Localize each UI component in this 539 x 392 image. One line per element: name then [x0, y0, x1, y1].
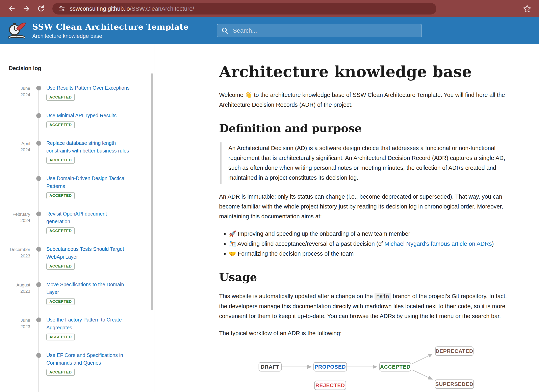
timeline-month: February	[0, 211, 30, 217]
timeline-entry-body: Move Specifications to the Domain Layer …	[46, 281, 131, 305]
timeline-date	[0, 351, 30, 376]
forward-arrow-icon	[22, 4, 31, 13]
diagram-node-rejected: REJECTED	[314, 381, 346, 390]
benefit-2-text: ⛷️ Avoiding blind acceptance/reversal of…	[229, 241, 384, 247]
app-title: SSW Clean Architecture Template	[32, 22, 189, 31]
timeline-entry: June 2024 Use Results Pattern Over Excep…	[0, 84, 154, 101]
timeline-date	[0, 112, 30, 128]
diagram-label-proposed: PROPOSED	[314, 364, 346, 370]
benefit-2-close: )	[492, 241, 494, 247]
url-host: sswconsulting.github.io	[70, 5, 130, 12]
timeline-month: June	[0, 85, 30, 92]
star-icon	[522, 4, 532, 13]
timeline-month: June	[0, 317, 30, 324]
address-bar[interactable]: sswconsulting.github.io/SSW.CleanArchite…	[53, 3, 436, 14]
timeline-entry: August 2023 Move Specifications to the D…	[0, 281, 154, 305]
timeline-year: 2024	[0, 217, 30, 224]
benefit-avoid-blind-acceptance: ⛷️ Avoiding blind acceptance/reversal of…	[229, 239, 512, 249]
timeline-entry-body: Use EF Core and Specifications in Comman…	[46, 351, 131, 376]
benefits-list: 🚀 Improving and speeding up the onboardi…	[219, 229, 512, 259]
browser-chrome: sswconsulting.github.io/SSW.CleanArchite…	[0, 0, 539, 17]
page-title: Architecture knowledge base	[219, 63, 512, 81]
status-badge: ACCEPTED	[46, 298, 75, 305]
sidebar-scrollbar[interactable]	[151, 73, 153, 310]
bookmark-button[interactable]	[521, 3, 533, 14]
diagram-label-accepted: ACCEPTED	[380, 364, 410, 370]
timeline-entry-body: Use Domain-Driven Design Tactical Patter…	[46, 175, 131, 199]
adr-definition-quote: An Architectural Decision (AD) is a soft…	[220, 142, 512, 184]
timeline-month: December	[0, 246, 30, 253]
timeline-entry: Use Domain-Driven Design Tactical Patter…	[0, 175, 154, 199]
site-settings-icon	[58, 5, 66, 13]
main-content: Architecture knowledge base Welcome 👋 to…	[154, 44, 539, 392]
timeline-month: August	[0, 282, 30, 288]
diagram-node-accepted: ACCEPTED	[380, 362, 411, 371]
search-icon	[221, 27, 229, 34]
timeline-entry: April 2024 Replace database string lengt…	[0, 139, 154, 164]
main-branch-code: main	[375, 293, 391, 300]
timeline-entry-body: Use Results Pattern Over Exceptions ACCE…	[46, 84, 131, 101]
adr-link[interactable]: Replace database string length constrain…	[46, 139, 131, 155]
refresh-icon	[37, 4, 45, 13]
timeline-dot-icon	[36, 176, 41, 181]
timeline-date: June 2023	[0, 316, 30, 340]
adr-link[interactable]: Use the Factory Pattern to Create Aggreg…	[46, 316, 131, 331]
adr-link[interactable]: Revisit OpenAPI document generation	[46, 210, 131, 226]
app-header: SSW Clean Architecture Template Architec…	[0, 17, 539, 44]
diagram-node-deprecated: DEPRECATED	[435, 347, 473, 355]
app-logo	[7, 21, 27, 40]
adr-link[interactable]: Use Domain-Driven Design Tactical Patter…	[46, 175, 131, 190]
usage-text-before-code: This website is automatically updated af…	[219, 293, 375, 299]
timeline-year: 2023	[0, 324, 30, 330]
timeline-entry: December 2023 Subcutaneous Tests Should …	[0, 245, 154, 270]
adr-link[interactable]: Use EF Core and Specifications in Comman…	[46, 351, 131, 367]
immutability-paragraph: An ADR is immutable: only its status can…	[219, 192, 512, 222]
timeline-dot-icon	[36, 113, 41, 118]
workflow-paragraph: The typical workflow of an ADR is the fo…	[219, 328, 512, 338]
back-arrow-icon	[7, 4, 16, 13]
status-badge: ACCEPTED	[46, 94, 75, 101]
timeline-dot-icon	[36, 282, 41, 287]
app-subtitle: Architecture knowledge base	[32, 33, 189, 39]
search-box[interactable]	[217, 24, 422, 37]
url-text: sswconsulting.github.io/SSW.CleanArchite…	[70, 5, 194, 12]
timeline-year: 2024	[0, 92, 30, 98]
timeline-entry-body: Use the Factory Pattern to Create Aggreg…	[46, 316, 131, 340]
timeline-entry: Use Minimal API Typed Results ACCEPTED	[0, 112, 154, 128]
adr-workflow-diagram: DRAFT PROPOSED ACCEPTED DEPRECATED	[219, 345, 512, 392]
forward-button[interactable]	[21, 3, 32, 14]
status-badge: ACCEPTED	[46, 192, 75, 199]
timeline-date: February 2024	[0, 210, 30, 235]
diagram-node-proposed: PROPOSED	[314, 362, 347, 371]
sidebar-heading: Decision log	[9, 65, 154, 71]
status-badge: ACCEPTED	[46, 334, 75, 340]
definition-heading: Definition and purpose	[219, 122, 512, 135]
search-input[interactable]	[232, 27, 418, 34]
timeline-entry-body: Subcutaneous Tests Should Target WebApi …	[46, 245, 131, 270]
timeline-dot-icon	[36, 353, 41, 358]
adr-link[interactable]: Use Minimal API Typed Results	[46, 112, 116, 119]
adr-link[interactable]: Use Results Pattern Over Exceptions	[46, 84, 130, 92]
diagram-label-superseded: SUPERSEDED	[435, 381, 473, 387]
diagram-label-draft: DRAFT	[261, 364, 279, 370]
usage-paragraph: This website is automatically updated af…	[219, 291, 512, 321]
timeline-date: June 2024	[0, 84, 30, 101]
timeline-year: 2023	[0, 288, 30, 294]
timeline-dot-icon	[36, 317, 41, 322]
diagram-label-deprecated: DEPRECATED	[435, 348, 473, 354]
status-badge: ACCEPTED	[46, 227, 75, 234]
timeline-date	[0, 175, 30, 199]
adr-definition-quote-text: An Architectural Decision (AD) is a soft…	[228, 143, 512, 183]
intro-paragraph: Welcome 👋 to the architecture knowledge …	[219, 90, 512, 110]
adr-link[interactable]: Subcutaneous Tests Should Target WebApi …	[46, 245, 131, 261]
timeline-entry-body: Revisit OpenAPI document generation ACCE…	[46, 210, 131, 235]
url-path: /SSW.CleanArchitecture/	[130, 5, 194, 12]
refresh-button[interactable]	[35, 3, 47, 14]
timeline-year: 2024	[0, 147, 30, 153]
nygard-article-link[interactable]: Michael Nygard's famous article on ADRs	[384, 241, 492, 247]
adr-link[interactable]: Move Specifications to the Domain Layer	[46, 281, 131, 296]
timeline-entry: Use EF Core and Specifications in Comman…	[0, 351, 154, 376]
timeline-dot-icon	[36, 247, 41, 252]
back-button[interactable]	[6, 3, 18, 14]
decision-timeline: June 2024 Use Results Pattern Over Excep…	[0, 84, 154, 392]
